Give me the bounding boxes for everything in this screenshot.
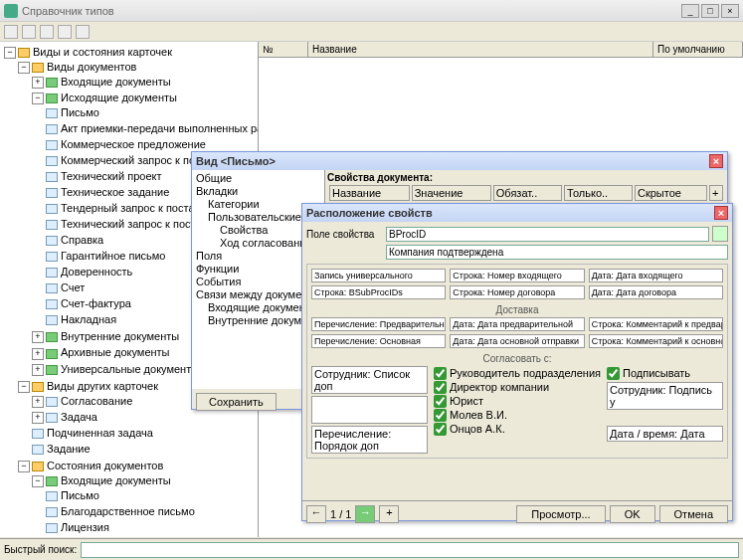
tree-item[interactable]: Подчиненная задача (32, 425, 256, 441)
tree-item[interactable]: Входящие документы Письмо Благодарственн… (32, 472, 256, 537)
checkbox[interactable] (434, 381, 447, 394)
main-titlebar: Справочник типов _ □ × (0, 0, 743, 22)
tree-item[interactable]: Акт приемки-передачи выполненных работ (46, 120, 256, 136)
tree-item[interactable]: Коммерческое предложение (46, 136, 256, 152)
tree-item[interactable]: Состояния документов Входящие документы … (18, 458, 256, 537)
page-indicator: 1 / 1 (330, 508, 351, 520)
checkbox[interactable] (434, 423, 447, 436)
window-title: Справочник типов (22, 5, 681, 17)
quick-search-input[interactable] (81, 542, 739, 558)
prev-page-button[interactable]: ← (306, 505, 326, 523)
minimize-button[interactable]: _ (681, 4, 699, 18)
tree-item[interactable]: Задание (32, 441, 256, 457)
cancel-button[interactable]: Отмена (659, 505, 728, 523)
tree-item[interactable]: Письмо (46, 487, 256, 503)
toolbar-button[interactable] (22, 25, 36, 39)
tree-item[interactable]: Входящие документы (32, 74, 256, 90)
toolbar-button[interactable] (58, 25, 72, 39)
field-input[interactable] (386, 227, 709, 242)
tree-item[interactable]: Благодарственное письмо (46, 503, 256, 519)
grid-header[interactable]: № (259, 42, 308, 57)
ok-button[interactable]: OK (610, 505, 655, 523)
quick-search-bar: Быстрый поиск: (0, 538, 743, 560)
main-toolbar (0, 22, 743, 42)
grid-header[interactable]: Название (308, 42, 653, 57)
field-input[interactable] (386, 245, 728, 260)
checkbox[interactable] (434, 395, 447, 408)
dialog-title: Вид <Письмо> (196, 155, 709, 167)
maximize-button[interactable]: □ (701, 4, 719, 18)
toolbar-button[interactable] (40, 25, 54, 39)
close-button[interactable]: × (721, 4, 739, 18)
tree-item[interactable]: Письмо (46, 104, 256, 120)
next-page-button[interactable]: → (355, 505, 375, 523)
tree-item[interactable]: Лицензия (46, 519, 256, 535)
checkbox[interactable] (607, 367, 620, 380)
toolbar-button[interactable] (4, 25, 18, 39)
field-label: Поле свойства (306, 229, 386, 240)
close-icon[interactable]: × (714, 206, 728, 220)
app-icon (4, 4, 18, 18)
add-icon[interactable] (712, 226, 728, 242)
checkbox[interactable] (434, 409, 447, 422)
toolbar-button[interactable] (76, 25, 90, 39)
props-header: Свойства документа: (327, 172, 725, 183)
save-button[interactable]: Сохранить (196, 393, 277, 411)
layout-dialog: Расположение свойств × Поле свойства Зап… (301, 203, 733, 521)
grid-header[interactable]: По умолчанию (653, 42, 743, 57)
dialog-title: Расположение свойств (306, 207, 714, 219)
preview-button[interactable]: Просмотр... (516, 505, 605, 523)
quick-search-label: Быстрый поиск: (4, 544, 77, 555)
close-icon[interactable]: × (709, 154, 723, 168)
checkbox[interactable] (434, 367, 447, 380)
tree-item[interactable]: Сертификат (46, 535, 256, 537)
add-page-button[interactable]: + (379, 505, 399, 523)
